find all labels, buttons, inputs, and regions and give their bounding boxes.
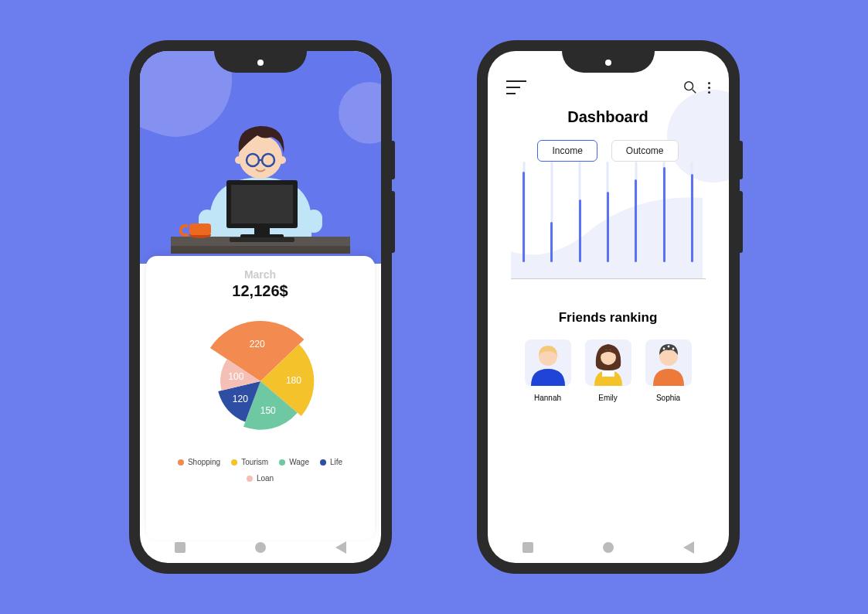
more-icon[interactable] xyxy=(708,82,710,94)
bar-col-tu: TU xyxy=(542,162,562,278)
side-button xyxy=(740,191,743,253)
svg-point-23 xyxy=(662,348,665,350)
side-button xyxy=(740,141,743,179)
legend-label: Life xyxy=(330,458,342,466)
bar-col-we: WE xyxy=(570,162,590,278)
svg-point-4 xyxy=(278,156,286,164)
svg-rect-9 xyxy=(171,246,350,254)
svg-point-25 xyxy=(672,348,674,350)
bar[interactable] xyxy=(550,222,553,262)
nav-home-icon[interactable] xyxy=(255,542,266,553)
svg-rect-1 xyxy=(305,210,322,233)
pie-value-label: 180 xyxy=(285,375,301,386)
phone-frame-left: March 12,126$ 220180150120100 ShoppingTo… xyxy=(129,40,392,574)
friend-name-label: Sophia xyxy=(656,394,680,402)
friend-sophia[interactable]: Sophia xyxy=(645,339,692,402)
pie-value-label: 100 xyxy=(228,371,243,382)
weekly-bar-chart: MOTUWETHFRSASU xyxy=(511,179,706,279)
bar-col-mo: MO xyxy=(514,162,534,278)
svg-point-3 xyxy=(235,156,243,164)
screen-left: March 12,126$ 220180150120100 ShoppingTo… xyxy=(140,51,381,563)
hero-illustration xyxy=(140,51,381,264)
month-label: March xyxy=(146,268,375,281)
avatar xyxy=(645,339,692,386)
friend-hannah[interactable]: Hannah xyxy=(525,339,571,402)
nav-recent-icon[interactable] xyxy=(523,542,533,553)
legend-label: Wage xyxy=(289,458,309,466)
legend-label: Tourism xyxy=(241,458,268,466)
side-button xyxy=(392,191,395,253)
legend-dot-icon xyxy=(247,476,253,482)
summary-card: March 12,126$ 220180150120100 ShoppingTo… xyxy=(146,256,375,540)
bar-col-sa: SA xyxy=(654,162,674,278)
pie-value-label: 220 xyxy=(249,339,264,350)
nav-home-icon[interactable] xyxy=(603,542,614,553)
android-navbar xyxy=(140,537,381,558)
bar[interactable] xyxy=(663,167,665,263)
legend-item-wage[interactable]: Wage xyxy=(279,458,309,466)
avatar xyxy=(585,339,631,386)
bar-label: SA xyxy=(659,270,669,278)
legend-item-life[interactable]: Life xyxy=(320,458,342,466)
bar[interactable] xyxy=(607,192,609,262)
page-title: Dashboard xyxy=(488,108,729,126)
svg-rect-21 xyxy=(602,370,614,377)
bar-label: TU xyxy=(546,270,557,278)
friend-emily[interactable]: Emily xyxy=(585,339,631,402)
legend-item-shopping[interactable]: Shopping xyxy=(178,458,220,466)
bar-col-th: TH xyxy=(597,162,618,278)
side-button xyxy=(392,141,395,179)
svg-rect-16 xyxy=(189,223,211,235)
bar[interactable] xyxy=(691,174,693,262)
bar-label: TH xyxy=(603,270,613,278)
legend-item-tourism[interactable]: Tourism xyxy=(231,458,268,466)
bar-label: SU xyxy=(687,270,698,278)
pie-chart: 220180150120100 xyxy=(146,316,375,447)
bar-label: WE xyxy=(574,270,586,278)
legend-dot-icon xyxy=(178,459,184,466)
tab-income[interactable]: Income xyxy=(537,140,597,162)
svg-rect-11 xyxy=(231,185,293,223)
notch xyxy=(214,51,307,73)
svg-rect-14 xyxy=(230,237,294,242)
legend-label: Shopping xyxy=(188,458,220,466)
bar-col-su: SU xyxy=(682,162,702,278)
tab-outcome[interactable]: Outcome xyxy=(611,140,679,162)
search-icon[interactable] xyxy=(683,80,697,94)
income-outcome-toggle: Income Outcome xyxy=(488,140,729,162)
nav-back-icon[interactable] xyxy=(335,541,346,554)
bar[interactable] xyxy=(579,200,581,262)
legend-dot-icon xyxy=(231,459,237,466)
bar[interactable] xyxy=(523,172,525,262)
notch xyxy=(562,51,655,73)
legend-dot-icon xyxy=(279,459,285,466)
screen-right: Dashboard Income Outcome MOTUWETHFRSASU … xyxy=(488,51,729,563)
legend-dot-icon xyxy=(320,459,326,466)
svg-line-18 xyxy=(692,90,696,94)
pie-legend: ShoppingTourismWageLifeLoan xyxy=(146,447,375,483)
bar[interactable] xyxy=(635,179,637,262)
phone-frame-right: Dashboard Income Outcome MOTUWETHFRSASU … xyxy=(477,40,740,574)
bar-col-fr: FR xyxy=(626,162,646,278)
avatar xyxy=(525,339,571,386)
pie-value-label: 150 xyxy=(260,405,275,416)
svg-point-17 xyxy=(684,82,693,90)
friends-title: Friends ranking xyxy=(488,310,729,326)
nav-back-icon[interactable] xyxy=(683,541,694,554)
bar-label: MO xyxy=(517,270,529,278)
friend-name-label: Hannah xyxy=(534,394,561,402)
person-at-desk-illustration xyxy=(140,86,381,264)
friend-name-label: Emily xyxy=(598,394,617,402)
svg-point-24 xyxy=(667,346,669,348)
menu-icon[interactable] xyxy=(506,80,526,94)
android-navbar xyxy=(488,537,729,558)
legend-label: Loan xyxy=(257,474,274,483)
amount-value: 12,126$ xyxy=(146,282,375,300)
bar-label: FR xyxy=(631,270,641,278)
pie-value-label: 120 xyxy=(232,394,247,404)
friends-row: HannahEmilySophia xyxy=(488,339,729,402)
nav-recent-icon[interactable] xyxy=(175,542,186,553)
legend-item-loan[interactable]: Loan xyxy=(247,474,274,483)
